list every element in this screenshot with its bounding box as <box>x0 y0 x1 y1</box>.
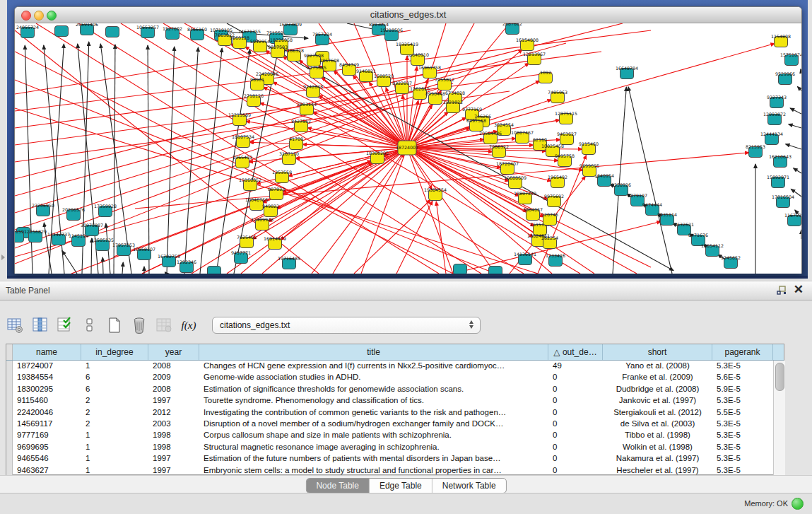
column-header-pagerank[interactable]: pagerank <box>712 344 773 360</box>
node-label: 18300295 <box>366 151 389 156</box>
table-cell: 5.3E-5 <box>712 430 773 441</box>
column-header-year[interactable]: year <box>148 344 199 360</box>
table-cell: 5.3E-5 <box>712 453 773 465</box>
network-node[interactable] <box>55 26 69 37</box>
panel-collapse-arrow[interactable] <box>1 255 5 260</box>
table-cell: Genome-wide association studies in ADHD. <box>199 372 548 383</box>
node-label: 120746 <box>541 212 558 217</box>
table-cell: 14569117 <box>13 419 81 430</box>
table-cell: 2 <box>81 395 148 407</box>
float-panel-icon[interactable] <box>777 286 787 295</box>
node-label: 1821022 <box>443 100 463 105</box>
node-label: 1733426 <box>546 253 565 258</box>
table-cell: Yano et al. (2008) <box>603 361 712 372</box>
network-canvas[interactable]: 2405572420691406106532571527602846616010… <box>15 23 801 274</box>
table-row[interactable]: 2242004622012Investigating the contribut… <box>6 407 773 419</box>
node-label: 3167130 <box>279 151 299 156</box>
table-cell: 1998 <box>148 430 199 441</box>
node-label: 17957253 <box>112 243 135 247</box>
node-label: 9242848 <box>303 84 323 89</box>
node-label: 14671355 <box>238 29 261 34</box>
node-label: 8427552 <box>291 119 311 124</box>
node-label: 19218596 <box>380 28 403 33</box>
scrollbar-thumb[interactable] <box>775 363 784 391</box>
table-cell: 1997 <box>148 395 199 407</box>
node-label: 8454749 <box>339 62 359 67</box>
node-label: 3684067 <box>523 207 543 212</box>
table-row[interactable]: 977716911998Corpus callosum shape and si… <box>6 430 773 441</box>
table-row[interactable]: 1938455462009Genome-wide association stu… <box>6 372 773 383</box>
row-height-icon[interactable] <box>81 317 98 334</box>
status-bar: Memory: OK <box>0 493 812 514</box>
table-row[interactable]: 969969511998Structural magnetic resonanc… <box>6 442 773 453</box>
table-row[interactable]: 1456911722003Disruption of a novel membe… <box>6 419 773 430</box>
network-table-select[interactable]: citations_edges.txt <box>212 317 481 334</box>
node-label: 12505135 <box>91 238 114 243</box>
table-row[interactable]: 1830029562008Estimation of significance … <box>6 384 773 395</box>
node-label: 7485063 <box>548 90 567 95</box>
network-node[interactable] <box>208 267 221 274</box>
network-node[interactable] <box>106 27 119 37</box>
node-label: 98901 <box>250 77 264 82</box>
column-header-name[interactable]: name <box>13 344 81 360</box>
import-table-icon[interactable] <box>155 317 172 334</box>
node-label: 2935114 <box>657 212 677 217</box>
node-label: 19384554 <box>424 187 447 192</box>
node-label: 3175685 <box>307 65 326 70</box>
node-label: 9495758 <box>555 153 575 158</box>
node-label: 8471676 <box>688 233 708 238</box>
node-label: 9227343 <box>767 95 787 100</box>
window-titlebar[interactable]: citations_edges.txt <box>15 7 801 23</box>
node-label: 9827508 <box>304 53 324 58</box>
table-cell: 0 <box>548 372 603 383</box>
node-label: 1362615 <box>410 86 430 91</box>
table-cell: Jankovic et al. (1997) <box>603 395 712 407</box>
node-label: 24055724 <box>16 25 39 30</box>
column-header-out_de[interactable]: △ out_de… <box>548 344 603 360</box>
node-label: 10807467 <box>511 130 534 135</box>
node-label: 16154808 <box>516 37 539 42</box>
table-row[interactable]: 946554611997Estimation of the future num… <box>6 453 773 465</box>
node-label: 9529966 <box>775 71 795 76</box>
node-label: 887833 <box>268 187 285 192</box>
function-builder-icon[interactable]: f(x) <box>180 317 197 334</box>
new-table-icon[interactable] <box>106 317 123 334</box>
column-header-short[interactable]: short <box>603 344 712 360</box>
tab-edge-table[interactable]: Edge Table <box>370 479 433 493</box>
table-cell: 2 <box>81 407 148 419</box>
node-label: 62160 <box>533 137 547 142</box>
column-header-title[interactable]: title <box>199 344 548 360</box>
column-display-icon[interactable] <box>32 317 49 334</box>
table-cell: 9465546 <box>13 453 81 465</box>
table-cell: 0 <box>548 430 603 441</box>
node-label: 8186328 <box>284 48 304 53</box>
table-cell: 2009 <box>148 372 199 383</box>
tab-node-table[interactable]: Node Table <box>306 479 370 493</box>
node-label: 30975887 <box>81 223 103 228</box>
table-cell: 22420046 <box>13 407 81 419</box>
table-cell: 1 <box>81 442 148 453</box>
node-label: 8322037 <box>392 81 412 86</box>
network-node[interactable] <box>489 267 502 274</box>
network-window[interactable]: citations_edges.txt 24055724206914061065… <box>14 6 802 274</box>
close-panel-icon[interactable]: ✕ <box>794 283 804 297</box>
network-node[interactable] <box>454 264 467 274</box>
node-label: 10025458 <box>541 144 564 148</box>
column-header-in_degree[interactable]: in_degree <box>81 344 148 360</box>
table-cell: 1997 <box>148 453 199 465</box>
node-label: 20206576 <box>62 207 85 212</box>
memory-status-label: Memory: OK <box>744 499 788 508</box>
node-label: 10958107 <box>133 247 155 252</box>
tab-network-table[interactable]: Network Table <box>433 479 506 493</box>
node-label: 16782759 <box>158 254 180 259</box>
table-scrollbar[interactable] <box>773 361 785 477</box>
select-rows-icon[interactable] <box>57 317 73 334</box>
table-cell: 6 <box>81 384 148 395</box>
table-cell: Disruption of a novel member of a sodium… <box>199 419 548 430</box>
node-label: 9975692 <box>544 194 564 199</box>
table-settings-icon[interactable] <box>7 317 24 334</box>
table-row[interactable]: 1872400712008Changes of HCN gene express… <box>6 361 773 372</box>
table-row[interactable]: 911546021997Tourette syndrome. Phenomeno… <box>6 395 773 407</box>
delete-table-icon[interactable] <box>131 317 148 334</box>
node-label: 12213589 <box>228 112 251 117</box>
